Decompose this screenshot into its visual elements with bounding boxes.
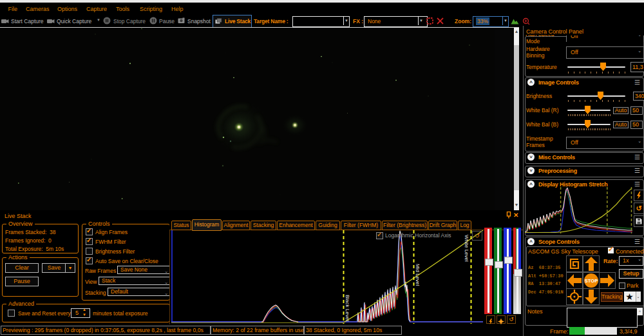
svg-text:STOP: STOP [584,278,597,284]
svg-text:Black Level: Black Level [345,295,350,321]
svg-text:White Level: White Level [464,235,469,262]
svg-text:Mid Level: Mid Level [415,264,421,286]
